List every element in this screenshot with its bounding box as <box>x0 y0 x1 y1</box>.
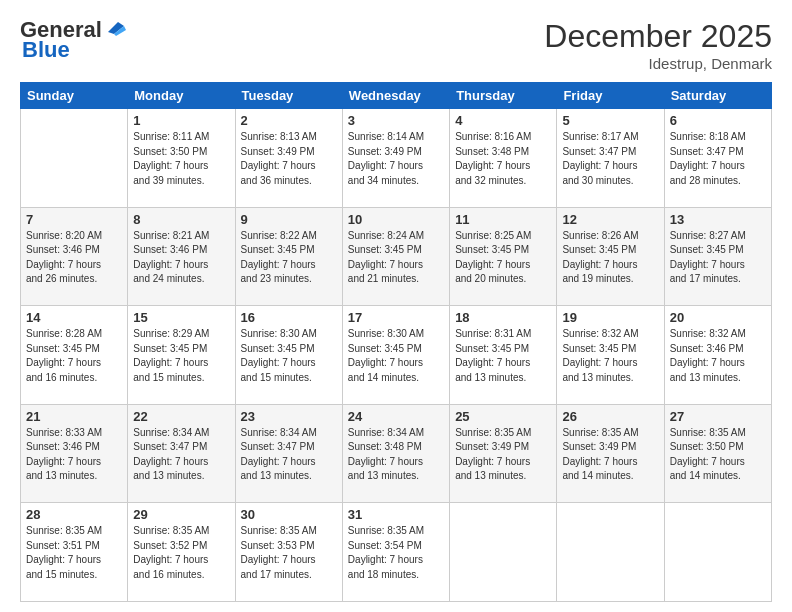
logo: General Blue <box>20 18 126 62</box>
day-number: 6 <box>670 113 766 128</box>
day-info: Sunrise: 8:34 AM Sunset: 3:47 PM Dayligh… <box>133 426 229 484</box>
table-row <box>557 503 664 602</box>
table-row: 5Sunrise: 8:17 AM Sunset: 3:47 PM Daylig… <box>557 109 664 208</box>
day-info: Sunrise: 8:30 AM Sunset: 3:45 PM Dayligh… <box>241 327 337 385</box>
day-number: 13 <box>670 212 766 227</box>
col-monday: Monday <box>128 83 235 109</box>
day-info: Sunrise: 8:11 AM Sunset: 3:50 PM Dayligh… <box>133 130 229 188</box>
day-number: 18 <box>455 310 551 325</box>
day-info: Sunrise: 8:35 AM Sunset: 3:54 PM Dayligh… <box>348 524 444 582</box>
table-row: 1Sunrise: 8:11 AM Sunset: 3:50 PM Daylig… <box>128 109 235 208</box>
table-row: 8Sunrise: 8:21 AM Sunset: 3:46 PM Daylig… <box>128 207 235 306</box>
table-row: 27Sunrise: 8:35 AM Sunset: 3:50 PM Dayli… <box>664 404 771 503</box>
day-number: 15 <box>133 310 229 325</box>
day-info: Sunrise: 8:26 AM Sunset: 3:45 PM Dayligh… <box>562 229 658 287</box>
day-info: Sunrise: 8:31 AM Sunset: 3:45 PM Dayligh… <box>455 327 551 385</box>
day-number: 21 <box>26 409 122 424</box>
day-number: 11 <box>455 212 551 227</box>
day-info: Sunrise: 8:32 AM Sunset: 3:46 PM Dayligh… <box>670 327 766 385</box>
day-number: 23 <box>241 409 337 424</box>
table-row: 11Sunrise: 8:25 AM Sunset: 3:45 PM Dayli… <box>450 207 557 306</box>
table-row: 9Sunrise: 8:22 AM Sunset: 3:45 PM Daylig… <box>235 207 342 306</box>
day-number: 24 <box>348 409 444 424</box>
col-thursday: Thursday <box>450 83 557 109</box>
calendar-week-row: 21Sunrise: 8:33 AM Sunset: 3:46 PM Dayli… <box>21 404 772 503</box>
table-row <box>450 503 557 602</box>
table-row: 30Sunrise: 8:35 AM Sunset: 3:53 PM Dayli… <box>235 503 342 602</box>
table-row: 2Sunrise: 8:13 AM Sunset: 3:49 PM Daylig… <box>235 109 342 208</box>
table-row: 4Sunrise: 8:16 AM Sunset: 3:48 PM Daylig… <box>450 109 557 208</box>
day-info: Sunrise: 8:20 AM Sunset: 3:46 PM Dayligh… <box>26 229 122 287</box>
day-number: 27 <box>670 409 766 424</box>
day-number: 25 <box>455 409 551 424</box>
table-row: 31Sunrise: 8:35 AM Sunset: 3:54 PM Dayli… <box>342 503 449 602</box>
day-info: Sunrise: 8:29 AM Sunset: 3:45 PM Dayligh… <box>133 327 229 385</box>
day-number: 22 <box>133 409 229 424</box>
day-number: 1 <box>133 113 229 128</box>
day-info: Sunrise: 8:33 AM Sunset: 3:46 PM Dayligh… <box>26 426 122 484</box>
day-info: Sunrise: 8:16 AM Sunset: 3:48 PM Dayligh… <box>455 130 551 188</box>
table-row <box>21 109 128 208</box>
day-info: Sunrise: 8:35 AM Sunset: 3:49 PM Dayligh… <box>455 426 551 484</box>
day-number: 3 <box>348 113 444 128</box>
day-number: 28 <box>26 507 122 522</box>
day-number: 12 <box>562 212 658 227</box>
table-row: 24Sunrise: 8:34 AM Sunset: 3:48 PM Dayli… <box>342 404 449 503</box>
table-row: 12Sunrise: 8:26 AM Sunset: 3:45 PM Dayli… <box>557 207 664 306</box>
table-row: 10Sunrise: 8:24 AM Sunset: 3:45 PM Dayli… <box>342 207 449 306</box>
day-info: Sunrise: 8:34 AM Sunset: 3:47 PM Dayligh… <box>241 426 337 484</box>
day-number: 7 <box>26 212 122 227</box>
day-info: Sunrise: 8:21 AM Sunset: 3:46 PM Dayligh… <box>133 229 229 287</box>
day-number: 2 <box>241 113 337 128</box>
table-row: 19Sunrise: 8:32 AM Sunset: 3:45 PM Dayli… <box>557 306 664 405</box>
day-number: 8 <box>133 212 229 227</box>
day-info: Sunrise: 8:25 AM Sunset: 3:45 PM Dayligh… <box>455 229 551 287</box>
day-info: Sunrise: 8:34 AM Sunset: 3:48 PM Dayligh… <box>348 426 444 484</box>
calendar-week-row: 14Sunrise: 8:28 AM Sunset: 3:45 PM Dayli… <box>21 306 772 405</box>
logo-blue: Blue <box>22 38 70 62</box>
table-row: 7Sunrise: 8:20 AM Sunset: 3:46 PM Daylig… <box>21 207 128 306</box>
table-row: 14Sunrise: 8:28 AM Sunset: 3:45 PM Dayli… <box>21 306 128 405</box>
table-row: 17Sunrise: 8:30 AM Sunset: 3:45 PM Dayli… <box>342 306 449 405</box>
col-friday: Friday <box>557 83 664 109</box>
col-wednesday: Wednesday <box>342 83 449 109</box>
table-row: 29Sunrise: 8:35 AM Sunset: 3:52 PM Dayli… <box>128 503 235 602</box>
day-info: Sunrise: 8:13 AM Sunset: 3:49 PM Dayligh… <box>241 130 337 188</box>
table-row: 25Sunrise: 8:35 AM Sunset: 3:49 PM Dayli… <box>450 404 557 503</box>
header: General Blue December 2025 Idestrup, Den… <box>20 18 772 72</box>
calendar-week-row: 7Sunrise: 8:20 AM Sunset: 3:46 PM Daylig… <box>21 207 772 306</box>
location: Idestrup, Denmark <box>544 55 772 72</box>
day-info: Sunrise: 8:22 AM Sunset: 3:45 PM Dayligh… <box>241 229 337 287</box>
day-number: 10 <box>348 212 444 227</box>
table-row: 13Sunrise: 8:27 AM Sunset: 3:45 PM Dayli… <box>664 207 771 306</box>
day-number: 30 <box>241 507 337 522</box>
table-row: 18Sunrise: 8:31 AM Sunset: 3:45 PM Dayli… <box>450 306 557 405</box>
day-number: 29 <box>133 507 229 522</box>
day-number: 26 <box>562 409 658 424</box>
col-tuesday: Tuesday <box>235 83 342 109</box>
calendar-week-row: 28Sunrise: 8:35 AM Sunset: 3:51 PM Dayli… <box>21 503 772 602</box>
day-number: 5 <box>562 113 658 128</box>
table-row: 20Sunrise: 8:32 AM Sunset: 3:46 PM Dayli… <box>664 306 771 405</box>
day-number: 9 <box>241 212 337 227</box>
table-row: 15Sunrise: 8:29 AM Sunset: 3:45 PM Dayli… <box>128 306 235 405</box>
title-block: December 2025 Idestrup, Denmark <box>544 18 772 72</box>
day-info: Sunrise: 8:35 AM Sunset: 3:53 PM Dayligh… <box>241 524 337 582</box>
table-row: 16Sunrise: 8:30 AM Sunset: 3:45 PM Dayli… <box>235 306 342 405</box>
day-number: 16 <box>241 310 337 325</box>
day-info: Sunrise: 8:35 AM Sunset: 3:50 PM Dayligh… <box>670 426 766 484</box>
table-row: 22Sunrise: 8:34 AM Sunset: 3:47 PM Dayli… <box>128 404 235 503</box>
page: General Blue December 2025 Idestrup, Den… <box>0 0 792 612</box>
month-title: December 2025 <box>544 18 772 55</box>
day-info: Sunrise: 8:35 AM Sunset: 3:51 PM Dayligh… <box>26 524 122 582</box>
table-row <box>664 503 771 602</box>
day-number: 19 <box>562 310 658 325</box>
logo-bird-icon <box>104 18 126 38</box>
table-row: 26Sunrise: 8:35 AM Sunset: 3:49 PM Dayli… <box>557 404 664 503</box>
table-row: 28Sunrise: 8:35 AM Sunset: 3:51 PM Dayli… <box>21 503 128 602</box>
day-info: Sunrise: 8:30 AM Sunset: 3:45 PM Dayligh… <box>348 327 444 385</box>
day-info: Sunrise: 8:28 AM Sunset: 3:45 PM Dayligh… <box>26 327 122 385</box>
day-info: Sunrise: 8:18 AM Sunset: 3:47 PM Dayligh… <box>670 130 766 188</box>
day-info: Sunrise: 8:14 AM Sunset: 3:49 PM Dayligh… <box>348 130 444 188</box>
day-number: 17 <box>348 310 444 325</box>
